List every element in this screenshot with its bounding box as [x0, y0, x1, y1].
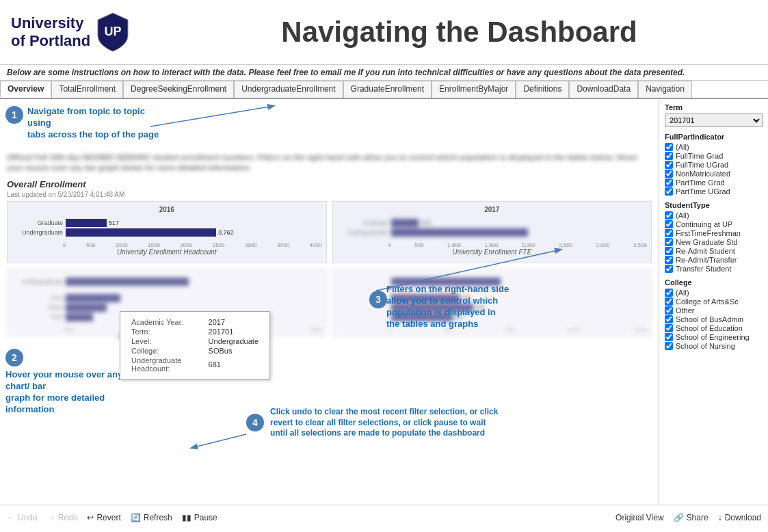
st-continuing: Continuing at UP: [665, 220, 763, 228]
logo-area: University of Portland UP: [11, 12, 161, 53]
term-select[interactable]: 201701: [665, 114, 763, 127]
tab-undergraduate[interactable]: UndergraduateEnrollment: [234, 81, 343, 98]
undo-icon: ←: [7, 513, 15, 522]
annotation-1-text: Navigate from topic to topic usingtabs a…: [27, 106, 171, 141]
st-readmit: Re-Admit Student: [665, 247, 763, 255]
undo-button[interactable]: ← Undo: [7, 513, 38, 522]
tab-graduate[interactable]: GraduateEnrollment: [343, 81, 432, 98]
college-label: College: [665, 278, 763, 287]
left-chart-title: University Enrollment Headcount: [12, 248, 322, 256]
undergrad-bar-row-right: Undergraduate: [340, 228, 645, 237]
col-education: School of Education: [665, 324, 763, 332]
undergrad-bar-row-left: Undergraduate 3,762: [14, 228, 319, 237]
st-new-grad: New Graduate Std: [665, 238, 763, 246]
st-readmit-transfer: Re-Admit/Transfer: [665, 256, 763, 264]
st-transfer: Transfer Student: [665, 265, 763, 273]
last-updated: Last updated on 5/23/2017 4:01:48 AM: [7, 191, 652, 198]
original-view-label: Original View: [615, 513, 663, 522]
col-all: (All): [665, 289, 763, 297]
fp-fulltime-grad: FullTime Grad: [665, 152, 763, 160]
revert-button[interactable]: ↩ Revert: [87, 513, 120, 522]
right-chart-axis: 05001,0001,5002,0002,5003,0003,500: [337, 242, 648, 248]
refresh-button[interactable]: 🔄 Refresh: [131, 513, 172, 522]
grad-bar-right: [391, 219, 419, 227]
undergrad-bar-left: [66, 228, 216, 237]
intro-text: Official Fall 19th day DEGREE SEEKING st…: [7, 152, 652, 174]
redo-button[interactable]: → Redo: [47, 513, 78, 522]
revert-icon: ↩: [87, 513, 94, 522]
fp-parttime-ugrad: PartTime UGrad: [665, 187, 763, 196]
content-area: 1 Navigate from topic to topic usingtabs…: [0, 99, 659, 505]
redo-icon: →: [47, 513, 55, 522]
left-chart: 2016 Graduate 517 Undergraduate 3,762 05…: [7, 201, 327, 263]
fp-parttime-grad: PartTime Grad: [665, 178, 763, 187]
tab-download-data[interactable]: DownloadData: [569, 81, 638, 98]
right-panel: Term 201701 FullPartIndicator (All) Full…: [659, 99, 768, 505]
subtitle: Below are some instructions on how to in…: [0, 65, 768, 81]
student-type-label: StudentType: [665, 201, 763, 209]
revert-label: Revert: [96, 513, 120, 522]
right-year-label: 2017: [337, 206, 648, 213]
tabs-bar: Overview TotalEnrollment DegreeSeekingEn…: [0, 81, 768, 99]
term-label: Term: [665, 103, 763, 111]
tab-total-enrollment[interactable]: TotalEnrollment: [51, 81, 123, 98]
original-view-button[interactable]: Original View: [615, 513, 663, 522]
annotation-1-bubble: 1: [5, 106, 23, 124]
page-title: Navigating the Dashboard: [161, 16, 757, 49]
pause-button[interactable]: ▮▮ Pause: [182, 513, 217, 522]
toolbar-left: ← Undo → Redo ↩ Revert 🔄 Refresh ▮▮ Paus…: [7, 513, 217, 522]
annotation-4-bubble: 4: [246, 414, 264, 431]
download-label: Download: [725, 513, 761, 522]
col-other: Other: [665, 306, 763, 315]
charts-grid: 2016 Graduate 517 Undergraduate 3,762 05…: [7, 201, 652, 263]
term-filter: Term 201701: [665, 103, 763, 127]
col-busadmin: School of BusAdmin: [665, 315, 763, 323]
grad-bar-left: [66, 219, 107, 227]
pause-label: Pause: [194, 513, 217, 522]
st-first-time-freshman: FirstTimeFreshman: [665, 229, 763, 237]
col-engineering: School of Engineering: [665, 333, 763, 341]
fp-all: (All): [665, 143, 763, 151]
share-icon: 🔗: [674, 513, 684, 522]
annotation-2-text: Hover your mouse over any chart/ bargrap…: [5, 369, 125, 416]
main-area: 1 Navigate from topic to topic usingtabs…: [0, 99, 768, 505]
student-type-filter: StudentType (All) Continuing at UP First…: [665, 201, 763, 273]
tab-overview[interactable]: Overview: [0, 81, 51, 98]
fp-fulltime-ugrad: FullTime UGrad: [665, 161, 763, 169]
tab-degree-seeking[interactable]: DegreeSeekingEnrollment: [123, 81, 234, 98]
tab-navigation[interactable]: Navigation: [638, 81, 692, 98]
full-part-filter: FullPartIndicator (All) FullTime Grad Fu…: [665, 133, 763, 196]
download-button[interactable]: ↓ Download: [718, 513, 761, 522]
section-header: Overall Enrollment: [7, 179, 652, 189]
tab-enrollment-by-major[interactable]: EnrollmentByMajor: [432, 81, 516, 98]
undo-label: Undo: [18, 513, 38, 522]
grad-bar-row-right: Graduate 248: [340, 219, 645, 227]
header: University of Portland UP Navigating the…: [0, 0, 768, 65]
tooltip: Academic Year: 2017 Term: 201701 Level: …: [120, 311, 270, 380]
svg-line-3: [191, 434, 246, 448]
download-icon: ↓: [718, 513, 722, 522]
charts-grid-2: Undergraduate 500g 500bg 500k 500k100015…: [7, 269, 652, 337]
fp-nonmatriculed: NonMatriculated: [665, 170, 763, 178]
logo-text: University of Portland: [11, 14, 90, 51]
annotation-3-text: Filters on the right-hand sideallow you …: [386, 284, 544, 330]
pause-icon: ▮▮: [182, 513, 191, 522]
right-chart-title: University Enrollment FTE: [337, 248, 648, 256]
left-year-label: 2016: [12, 206, 322, 213]
toolbar-right: Original View 🔗 Share ↓ Download: [615, 513, 761, 522]
undergrad-bar-right: [391, 228, 528, 237]
col-arts: College of Arts&Sc: [665, 297, 763, 306]
tab-definitions[interactable]: Definitions: [516, 81, 569, 98]
logo-shield-icon: UP: [96, 12, 130, 53]
college-filter: College (All) College of Arts&Sc Other S…: [665, 278, 763, 350]
share-button[interactable]: 🔗 Share: [674, 513, 709, 522]
refresh-label: Refresh: [144, 513, 172, 522]
col-nursing: School of Nursing: [665, 342, 763, 350]
left-chart-axis: 05001000150020002500300035004000: [12, 242, 322, 248]
full-part-label: FullPartIndicator: [665, 133, 763, 141]
st-all: (All): [665, 211, 763, 220]
annotation-2-bubble: 2: [5, 349, 23, 367]
redo-label: Redo: [58, 513, 78, 522]
svg-text:UP: UP: [105, 25, 122, 38]
share-label: Share: [687, 513, 709, 522]
